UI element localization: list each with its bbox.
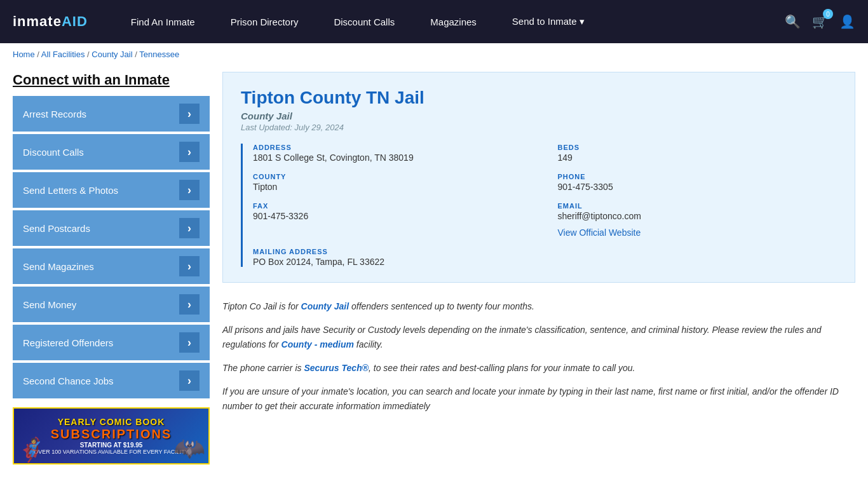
fax-block: FAX 901-475-3326 xyxy=(253,202,532,238)
desc-para-2: All prisons and jails have Security or C… xyxy=(222,323,855,352)
phone-label: PHONE xyxy=(558,173,837,180)
chevron-right-icon: › xyxy=(179,332,200,353)
sidebar-item-label: Send Money xyxy=(23,299,76,310)
user-icon[interactable]: 👤 xyxy=(839,14,855,29)
ad-hero-right: 🦇 xyxy=(173,433,205,463)
address-block: ADDRESS 1801 S College St, Covington, TN… xyxy=(253,144,532,163)
desc-para-4: If you are unsure of your inmate's locat… xyxy=(222,384,855,414)
sidebar-title: Connect with an Inmate xyxy=(13,72,210,88)
nav-prison-directory[interactable]: Prison Directory xyxy=(213,0,316,43)
cart-badge: 0 xyxy=(823,9,833,19)
address-label: ADDRESS xyxy=(253,144,532,151)
sidebar-item-label: Arrest Records xyxy=(23,109,86,119)
county-label: COUNTY xyxy=(253,173,532,180)
nav-magazines[interactable]: Magazines xyxy=(412,0,494,43)
nav-send-to-inmate[interactable]: Send to Inmate ▾ xyxy=(494,0,602,43)
ad-subtitle: SUBSCRIPTIONS xyxy=(51,427,172,442)
view-website-link[interactable]: View Official Website xyxy=(558,227,641,238)
chevron-right-icon: › xyxy=(179,142,200,162)
phone-value: 901-475-3305 xyxy=(558,182,837,192)
chevron-right-icon: › xyxy=(179,218,200,238)
desc-para1-suffix: offenders sentenced up to twenty four mo… xyxy=(349,301,534,311)
header: inmateAID Find An Inmate Prison Director… xyxy=(0,0,868,43)
chevron-right-icon: › xyxy=(179,104,200,124)
breadcrumb-all-facilities[interactable]: All Facilities xyxy=(41,50,85,59)
email-website-block: EMAIL sheriff@tiptonco.com View Official… xyxy=(558,202,837,238)
sidebar-item-second-chance-jobs[interactable]: Second Chance Jobs › xyxy=(13,363,210,398)
facility-updated: Last Updated: July 29, 2024 xyxy=(241,123,837,132)
desc-para-3: The phone carrier is Securus Tech®, to s… xyxy=(222,361,855,376)
facility-type: County Jail xyxy=(241,111,837,121)
county-value: Tipton xyxy=(253,182,532,192)
breadcrumb: Home / All Facilities / County Jail / Te… xyxy=(0,43,868,65)
sidebar-item-registered-offenders[interactable]: Registered Offenders › xyxy=(13,325,210,360)
chevron-right-icon: › xyxy=(179,180,200,200)
sidebar-item-label: Send Letters & Photos xyxy=(23,185,118,196)
sidebar-item-send-letters[interactable]: Send Letters & Photos › xyxy=(13,172,210,208)
securus-tech-link[interactable]: Securus Tech® xyxy=(304,363,369,373)
sidebar-item-label: Registered Offenders xyxy=(23,337,113,348)
sidebar-item-send-magazines[interactable]: Send Magazines › xyxy=(13,248,210,284)
sidebar-menu: Arrest Records › Discount Calls › Send L… xyxy=(13,96,210,398)
chevron-right-icon: › xyxy=(179,370,200,391)
logo-text: inmateAID xyxy=(13,13,88,30)
facility-card: Tipton County TN Jail County Jail Last U… xyxy=(222,72,855,283)
county-block: COUNTY Tipton xyxy=(253,173,532,192)
sidebar-item-arrest-records[interactable]: Arrest Records › xyxy=(13,96,210,132)
facility-name: Tipton County TN Jail xyxy=(241,88,837,108)
ad-title: YEARLY COMIC BOOK xyxy=(58,417,165,427)
beds-label: BEDS xyxy=(558,144,837,151)
main-nav: Find An Inmate Prison Directory Discount… xyxy=(113,0,785,43)
chevron-right-icon: › xyxy=(179,256,200,276)
beds-value: 149 xyxy=(558,152,837,163)
mailing-value: PO Box 20124, Tampa, FL 33622 xyxy=(253,257,532,267)
desc-para1-prefix: Tipton Co Jail is for xyxy=(222,301,301,311)
cart-icon[interactable]: 🛒 0 xyxy=(812,14,828,29)
description-section: Tipton Co Jail is for County Jail offend… xyxy=(222,295,855,427)
facility-details: ADDRESS 1801 S College St, Covington, TN… xyxy=(241,144,837,267)
breadcrumb-home[interactable]: Home xyxy=(13,50,35,59)
fax-value: 901-475-3326 xyxy=(253,211,532,221)
sidebar-item-label: Send Postcards xyxy=(23,223,90,234)
sidebar-item-label: Send Magazines xyxy=(23,261,94,272)
email-label: EMAIL xyxy=(558,202,837,210)
beds-block: BEDS 149 xyxy=(558,144,837,163)
nav-discount-calls[interactable]: Discount Calls xyxy=(316,0,412,43)
mailing-block: MAILING ADDRESS PO Box 20124, Tampa, FL … xyxy=(253,248,532,267)
sidebar: Connect with an Inmate Arrest Records › … xyxy=(13,72,210,464)
sidebar-item-label: Second Chance Jobs xyxy=(23,376,114,386)
logo-aid: AID xyxy=(62,13,88,29)
desc-para3-suffix: , to see their rates and best-calling pl… xyxy=(369,363,635,373)
breadcrumb-county-jail[interactable]: County Jail xyxy=(92,50,132,59)
mailing-label: MAILING ADDRESS xyxy=(253,248,532,255)
ad-price: STARTING AT $19.95 xyxy=(80,442,143,449)
county-jail-link[interactable]: County Jail xyxy=(301,301,349,311)
chevron-right-icon: › xyxy=(179,294,200,315)
search-icon[interactable]: 🔍 xyxy=(785,14,801,29)
header-icons: 🔍 🛒 0 👤 xyxy=(785,14,855,29)
sidebar-item-label: Discount Calls xyxy=(23,147,84,158)
main-layout: Connect with an Inmate Arrest Records › … xyxy=(0,65,868,477)
email-value: sheriff@tiptonco.com xyxy=(558,211,837,221)
fax-label: FAX xyxy=(253,202,532,210)
ad-banner[interactable]: 🦸 YEARLY COMIC BOOK SUBSCRIPTIONS STARTI… xyxy=(13,407,210,464)
desc-para2-suffix: facility. xyxy=(354,339,383,349)
logo[interactable]: inmateAID xyxy=(13,13,88,30)
sidebar-item-discount-calls[interactable]: Discount Calls › xyxy=(13,134,210,170)
sidebar-item-send-money[interactable]: Send Money › xyxy=(13,287,210,322)
desc-para-1: Tipton Co Jail is for County Jail offend… xyxy=(222,299,855,314)
content-area: Tipton County TN Jail County Jail Last U… xyxy=(222,72,855,464)
ad-note: OVER 100 VARIATIONS AVAILABLE FOR EVERY … xyxy=(34,449,189,455)
desc-para3-prefix: The phone carrier is xyxy=(222,363,304,373)
phone-block: PHONE 901-475-3305 xyxy=(558,173,837,192)
address-value: 1801 S College St, Covington, TN 38019 xyxy=(253,152,532,163)
breadcrumb-tennessee[interactable]: Tennessee xyxy=(139,50,179,59)
ad-hero-left: 🦸 xyxy=(17,437,46,463)
info-grid: ADDRESS 1801 S College St, Covington, TN… xyxy=(253,144,837,267)
county-medium-link[interactable]: County - medium xyxy=(281,339,354,349)
nav-find-inmate[interactable]: Find An Inmate xyxy=(113,0,213,43)
sidebar-item-send-postcards[interactable]: Send Postcards › xyxy=(13,210,210,246)
logo-inmate: inmate xyxy=(13,13,62,29)
